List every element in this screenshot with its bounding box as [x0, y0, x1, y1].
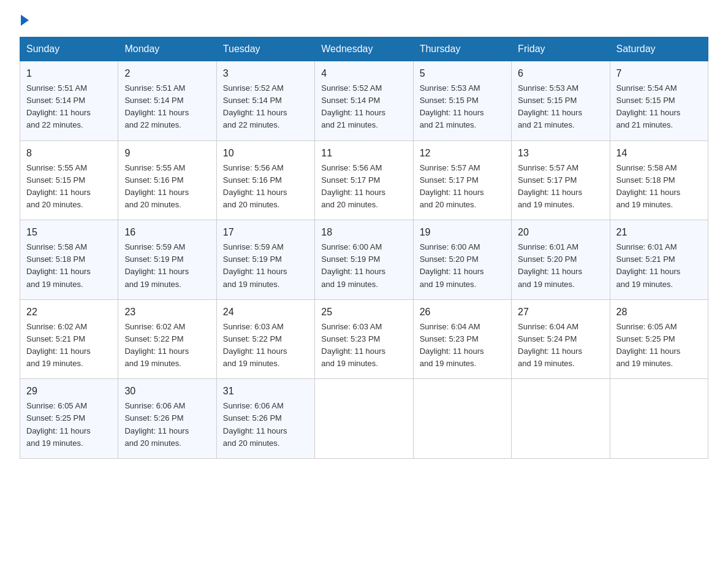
calendar-cell: 6Sunrise: 5:53 AMSunset: 5:15 PMDaylight…: [512, 61, 610, 141]
day-info: Sunrise: 5:53 AMSunset: 5:15 PMDaylight:…: [518, 82, 603, 132]
calendar-cell: 22Sunrise: 6:02 AMSunset: 5:21 PMDayligh…: [20, 299, 118, 379]
weekday-header-thursday: Thursday: [413, 37, 511, 61]
calendar-week-row: 1Sunrise: 5:51 AMSunset: 5:14 PMDaylight…: [20, 61, 708, 141]
calendar-cell: 15Sunrise: 5:58 AMSunset: 5:18 PMDayligh…: [20, 220, 118, 300]
day-info: Sunrise: 5:51 AMSunset: 5:14 PMDaylight:…: [26, 82, 112, 132]
calendar-cell: 18Sunrise: 6:00 AMSunset: 5:19 PMDayligh…: [315, 220, 413, 300]
calendar-cell: 13Sunrise: 5:57 AMSunset: 5:17 PMDayligh…: [512, 140, 610, 220]
weekday-header-saturday: Saturday: [610, 37, 708, 61]
calendar-cell: 25Sunrise: 6:03 AMSunset: 5:23 PMDayligh…: [315, 299, 413, 379]
day-number: 21: [616, 225, 702, 240]
day-info: Sunrise: 6:01 AMSunset: 5:21 PMDaylight:…: [616, 241, 702, 291]
weekday-header-monday: Monday: [118, 37, 216, 61]
calendar-cell: [413, 379, 511, 459]
logo-top: [20, 15, 29, 26]
day-info: Sunrise: 5:56 AMSunset: 5:17 PMDaylight:…: [321, 162, 406, 212]
day-number: 22: [26, 305, 112, 320]
day-info: Sunrise: 5:55 AMSunset: 5:15 PMDaylight:…: [26, 162, 112, 212]
calendar-cell: 9Sunrise: 5:55 AMSunset: 5:16 PMDaylight…: [118, 140, 216, 220]
calendar-week-row: 29Sunrise: 6:05 AMSunset: 5:25 PMDayligh…: [20, 379, 708, 459]
day-number: 13: [518, 146, 603, 161]
day-number: 30: [124, 384, 210, 399]
calendar-cell: 16Sunrise: 5:59 AMSunset: 5:19 PMDayligh…: [118, 220, 216, 300]
calendar-week-row: 8Sunrise: 5:55 AMSunset: 5:15 PMDaylight…: [20, 140, 708, 220]
day-number: 19: [420, 225, 505, 240]
calendar-cell: 30Sunrise: 6:06 AMSunset: 5:26 PMDayligh…: [118, 379, 216, 459]
day-info: Sunrise: 5:54 AMSunset: 5:15 PMDaylight:…: [616, 82, 702, 132]
day-info: Sunrise: 6:04 AMSunset: 5:24 PMDaylight:…: [518, 321, 603, 370]
calendar-cell: 8Sunrise: 5:55 AMSunset: 5:15 PMDaylight…: [20, 140, 118, 220]
calendar-cell: [610, 379, 708, 459]
calendar-cell: 20Sunrise: 6:01 AMSunset: 5:20 PMDayligh…: [512, 220, 610, 300]
day-number: 9: [124, 146, 210, 161]
day-number: 6: [518, 66, 603, 81]
day-info: Sunrise: 6:00 AMSunset: 5:20 PMDaylight:…: [420, 241, 505, 291]
calendar-cell: 10Sunrise: 5:56 AMSunset: 5:16 PMDayligh…: [216, 140, 314, 220]
weekday-header-row: SundayMondayTuesdayWednesdayThursdayFrid…: [20, 37, 708, 61]
day-number: 29: [26, 384, 112, 399]
calendar-cell: 23Sunrise: 6:02 AMSunset: 5:22 PMDayligh…: [118, 299, 216, 379]
day-number: 7: [616, 66, 702, 81]
calendar-cell: 21Sunrise: 6:01 AMSunset: 5:21 PMDayligh…: [610, 220, 708, 300]
calendar-cell: 28Sunrise: 6:05 AMSunset: 5:25 PMDayligh…: [610, 299, 708, 379]
weekday-header-sunday: Sunday: [20, 37, 118, 61]
calendar-cell: [512, 379, 610, 459]
day-info: Sunrise: 5:52 AMSunset: 5:14 PMDaylight:…: [321, 82, 406, 132]
day-number: 11: [321, 146, 406, 161]
day-number: 26: [420, 305, 505, 320]
calendar-cell: 11Sunrise: 5:56 AMSunset: 5:17 PMDayligh…: [315, 140, 413, 220]
calendar-cell: 29Sunrise: 6:05 AMSunset: 5:25 PMDayligh…: [20, 379, 118, 459]
day-info: Sunrise: 5:56 AMSunset: 5:16 PMDaylight:…: [223, 162, 308, 212]
day-info: Sunrise: 6:06 AMSunset: 5:26 PMDaylight:…: [223, 400, 308, 450]
day-info: Sunrise: 5:59 AMSunset: 5:19 PMDaylight:…: [223, 241, 308, 291]
day-info: Sunrise: 5:58 AMSunset: 5:18 PMDaylight:…: [26, 241, 112, 291]
day-number: 17: [223, 225, 308, 240]
weekday-header-tuesday: Tuesday: [216, 37, 314, 61]
day-info: Sunrise: 5:53 AMSunset: 5:15 PMDaylight:…: [420, 82, 505, 132]
calendar-cell: 2Sunrise: 5:51 AMSunset: 5:14 PMDaylight…: [118, 61, 216, 141]
day-info: Sunrise: 6:05 AMSunset: 5:25 PMDaylight:…: [616, 321, 702, 370]
calendar-cell: 19Sunrise: 6:00 AMSunset: 5:20 PMDayligh…: [413, 220, 511, 300]
day-info: Sunrise: 6:04 AMSunset: 5:23 PMDaylight:…: [420, 321, 505, 370]
day-number: 15: [26, 225, 112, 240]
day-number: 27: [518, 305, 603, 320]
day-number: 24: [223, 305, 308, 320]
calendar-cell: [315, 379, 413, 459]
day-number: 1: [26, 66, 112, 81]
day-info: Sunrise: 6:00 AMSunset: 5:19 PMDaylight:…: [321, 241, 406, 291]
day-number: 3: [223, 66, 308, 81]
day-info: Sunrise: 6:02 AMSunset: 5:22 PMDaylight:…: [124, 321, 210, 370]
day-number: 18: [321, 225, 406, 240]
day-info: Sunrise: 6:06 AMSunset: 5:26 PMDaylight:…: [124, 400, 210, 450]
day-number: 8: [26, 146, 112, 161]
day-info: Sunrise: 6:03 AMSunset: 5:23 PMDaylight:…: [321, 321, 406, 370]
day-info: Sunrise: 5:57 AMSunset: 5:17 PMDaylight:…: [518, 162, 603, 212]
logo-arrow-icon: [21, 15, 29, 26]
day-number: 20: [518, 225, 603, 240]
calendar-cell: 5Sunrise: 5:53 AMSunset: 5:15 PMDaylight…: [413, 61, 511, 141]
day-number: 10: [223, 146, 308, 161]
day-number: 31: [223, 384, 308, 399]
day-info: Sunrise: 6:01 AMSunset: 5:20 PMDaylight:…: [518, 241, 603, 291]
day-info: Sunrise: 5:51 AMSunset: 5:14 PMDaylight:…: [124, 82, 210, 132]
day-info: Sunrise: 5:52 AMSunset: 5:14 PMDaylight:…: [223, 82, 308, 132]
day-number: 25: [321, 305, 406, 320]
day-info: Sunrise: 5:55 AMSunset: 5:16 PMDaylight:…: [124, 162, 210, 212]
calendar-cell: 12Sunrise: 5:57 AMSunset: 5:17 PMDayligh…: [413, 140, 511, 220]
page-header: [20, 15, 708, 26]
calendar-table: SundayMondayTuesdayWednesdayThursdayFrid…: [20, 37, 708, 459]
day-info: Sunrise: 6:05 AMSunset: 5:25 PMDaylight:…: [26, 400, 112, 450]
calendar-cell: 17Sunrise: 5:59 AMSunset: 5:19 PMDayligh…: [216, 220, 314, 300]
day-info: Sunrise: 6:03 AMSunset: 5:22 PMDaylight:…: [223, 321, 308, 370]
day-number: 16: [124, 225, 210, 240]
day-number: 4: [321, 66, 406, 81]
day-number: 12: [420, 146, 505, 161]
calendar-cell: 1Sunrise: 5:51 AMSunset: 5:14 PMDaylight…: [20, 61, 118, 141]
calendar-week-row: 15Sunrise: 5:58 AMSunset: 5:18 PMDayligh…: [20, 220, 708, 300]
day-number: 23: [124, 305, 210, 320]
day-info: Sunrise: 5:57 AMSunset: 5:17 PMDaylight:…: [420, 162, 505, 212]
calendar-cell: 7Sunrise: 5:54 AMSunset: 5:15 PMDaylight…: [610, 61, 708, 141]
calendar-week-row: 22Sunrise: 6:02 AMSunset: 5:21 PMDayligh…: [20, 299, 708, 379]
day-number: 14: [616, 146, 702, 161]
day-number: 28: [616, 305, 702, 320]
